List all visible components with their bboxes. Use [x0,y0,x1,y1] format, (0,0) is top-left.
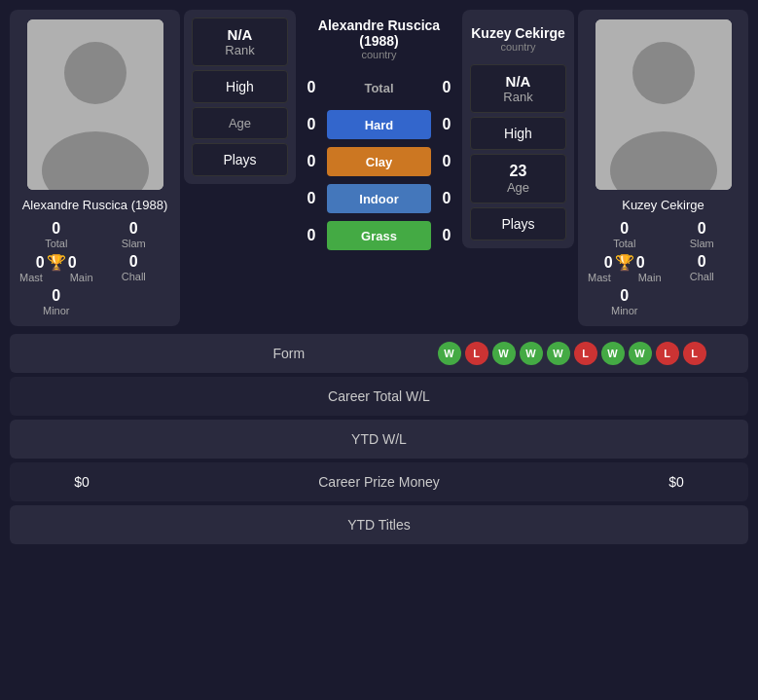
clay-left-score: 0 [300,153,323,170]
form-badge-w: W [520,342,543,365]
right-player-name: Kuzey Cekirge [622,198,704,212]
left-high-block: High [192,70,288,103]
left-slam-stat: 0 Slam [97,220,171,249]
main-container: Alexandre Ruscica (1988) 0 Total 0 Slam … [0,0,758,558]
indoor-right-score: 0 [435,190,458,207]
left-high-label: High [200,79,279,94]
right-high-label: High [479,126,558,141]
form-badge-l: L [465,342,488,365]
grass-right-score: 0 [435,227,458,244]
right-plays-label: Plays [479,216,558,232]
right-high-block: High [470,117,566,150]
left-rank-label: Rank [200,43,279,57]
right-chall-label: Chall [666,271,740,282]
right-slam-label: Slam [666,238,740,249]
total-left-score: 0 [300,79,323,96]
left-year-span: (1988) [359,33,398,49]
left-minor-label: Minor [19,305,93,316]
score-row-total: 0 Total 0 [300,70,458,105]
left-rank-block: N/A Rank [192,18,288,66]
surface-clay-label: Clay [327,147,431,176]
left-player-name: Alexandre Ruscica (1988) [22,198,168,212]
left-mast-stat: 0 🏆 0 Mast Main [19,253,93,283]
left-info-card: N/A Rank High Age Plays [184,10,296,184]
right-total-stat: 0 Total [588,220,662,249]
form-badge-l: L [683,342,706,365]
left-chall-value: 0 [97,253,171,271]
right-mast-row: 0 🏆 0 [588,253,662,272]
right-info-card: Kuzey Cekirge country N/A Rank High 23 A… [462,10,574,248]
right-minor-stat: 0 Minor [588,287,662,316]
left-player-avatar [27,19,163,190]
form-badge-w: W [601,342,625,365]
left-slam-value: 0 [97,220,171,238]
right-main-label: Main [638,272,662,283]
right-age-value: 23 [479,163,558,180]
left-age-label: Age [200,116,279,130]
ytd-titles-row: YTD Titles [10,505,748,544]
right-mast-stat: 0 🏆 0 Mast Main [588,253,662,283]
left-slam-label: Slam [97,238,171,249]
left-mast-row: 0 🏆 0 [19,253,93,272]
total-right-score: 0 [435,79,458,96]
right-total-label: Total [588,238,662,249]
right-rank-value: N/A [479,73,558,90]
right-mast-value: 0 [604,254,613,272]
form-badge-w: W [629,342,652,365]
middle-section: N/A Rank High Age Plays Alexandre [184,10,574,326]
right-age-label: Age [479,180,558,195]
left-main-value: 0 [68,254,77,272]
ytd-wl-row: YTD W/L [10,420,748,459]
form-badge-w: W [492,342,516,365]
right-total-value: 0 [588,220,662,238]
prize-right: $0 [618,474,735,490]
surface-total-label: Total [327,73,431,102]
ytd-titles-label: YTD Titles [140,517,618,533]
right-player-avatar [596,19,732,190]
left-total-stat: 0 Total [19,220,93,249]
right-main-value: 0 [636,254,645,272]
right-stats-grid: 0 Total 0 Slam 0 🏆 0 Mast Main [588,220,739,316]
right-plays-block: Plays [470,207,566,240]
left-age-block: Age [192,107,288,139]
prize-label: Career Prize Money [140,474,618,490]
right-country: country [500,41,535,53]
form-badge-l: L [656,342,679,365]
surface-indoor-label: Indoor [327,184,431,213]
left-mast-value: 0 [36,254,45,272]
left-player-title: Alexandre Ruscica (1988) [318,18,440,49]
surface-hard-label: Hard [327,110,431,139]
left-player-card: Alexandre Ruscica (1988) 0 Total 0 Slam … [10,10,180,326]
career-total-row: Career Total W/L [10,377,748,416]
left-stats-grid: 0 Total 0 Slam 0 🏆 0 Mast Main [19,220,170,316]
right-chall-stat: 0 Chall [666,253,740,283]
center-top: Alexandre Ruscica (1988) country [318,10,440,68]
ytd-wl-label: YTD W/L [140,431,618,447]
right-slam-value: 0 [666,220,740,238]
left-total-label: Total [19,238,93,249]
left-rank-value: N/A [200,26,279,43]
right-age-block: 23 Age [470,154,566,203]
clay-right-score: 0 [435,153,458,170]
form-badge-w: W [547,342,570,365]
right-rank-label: Rank [479,90,558,104]
hard-right-score: 0 [435,116,458,133]
left-main-label: Main [70,272,93,283]
grass-left-score: 0 [300,227,323,244]
left-country: country [361,49,396,60]
form-badge-w: W [438,342,461,365]
form-badges: WLWWWLWWLL [438,342,736,365]
right-slam-stat: 0 Slam [666,220,740,249]
score-row-clay: 0 Clay 0 [300,144,458,179]
svg-point-4 [632,42,695,104]
left-minor-value: 0 [19,287,93,305]
form-badge-l: L [574,342,597,365]
right-player-card: Kuzey Cekirge 0 Total 0 Slam 0 🏆 0 [578,10,748,326]
left-name-span: Alexandre Ruscica [318,18,440,33]
right-trophy-icon: 🏆 [615,253,634,272]
left-trophy-icon: 🏆 [47,253,66,272]
prize-left: $0 [23,474,140,490]
form-row: Form WLWWWLWWLL [10,334,748,373]
bottom-section: Form WLWWWLWWLL Career Total W/L YTD W/L… [10,334,748,548]
right-minor-label: Minor [588,305,662,316]
